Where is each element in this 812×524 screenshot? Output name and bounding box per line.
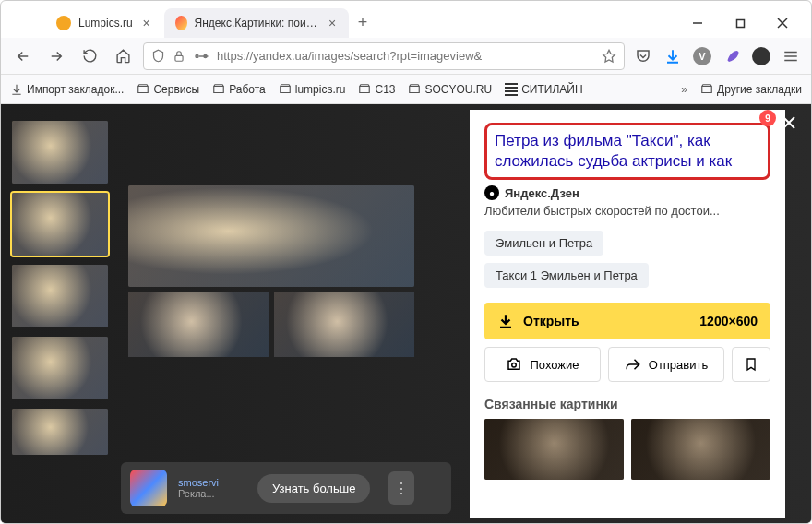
info-panel: Петра из фильма "Такси", как сложилась с… <box>470 110 785 518</box>
bookmark-item[interactable]: Сервисы <box>137 83 199 96</box>
thumbnail[interactable] <box>12 409 108 455</box>
ad-sublabel: Рекла... <box>178 488 219 499</box>
bookmark-label: SOCYOU.RU <box>424 83 492 96</box>
maximize-button[interactable] <box>719 8 761 38</box>
open-button[interactable]: Открыть 1200×600 <box>484 303 770 339</box>
bookmark-label: Сервисы <box>153 83 199 96</box>
result-description: Любители быстрых скоростей по достои... <box>484 204 770 218</box>
site-icon <box>505 83 518 96</box>
browser-tab[interactable]: Яндекс.Картинки: поиск похож × <box>164 8 349 38</box>
image-viewer: smoservi Рекла... Узнать больше ⋮ Петра … <box>1 104 811 523</box>
svg-point-11 <box>512 363 517 368</box>
bookmark-label: Другие закладки <box>717 83 802 96</box>
window-titlebar: Lumpics.ru × Яндекс.Картинки: поиск похо… <box>1 1 811 38</box>
reload-button[interactable] <box>77 43 102 69</box>
bookmark-label: СИТИЛАЙН <box>521 83 582 96</box>
resolution-label: 1200×600 <box>699 314 758 328</box>
close-viewer-button[interactable] <box>778 112 800 134</box>
window-controls <box>676 8 804 38</box>
bookmark-item[interactable]: C13 <box>358 83 395 96</box>
bookmark-star-icon[interactable] <box>602 49 616 64</box>
thumbnail[interactable] <box>12 193 108 256</box>
preview-image[interactable] <box>274 292 414 357</box>
extension-icon[interactable]: V <box>691 45 713 67</box>
download-icon <box>497 313 514 329</box>
camera-icon <box>506 356 522 373</box>
svg-rect-4 <box>175 55 183 61</box>
favicon-icon <box>56 16 71 30</box>
minimize-button[interactable] <box>676 8 719 38</box>
related-heading: Связанные картинки <box>484 397 770 411</box>
svg-point-7 <box>204 54 207 57</box>
bookmarks-bar: Импорт закладок... Сервисы Работа lumpic… <box>1 75 811 104</box>
url-text: https://yandex.ua/images/search?rpt=imag… <box>217 49 594 63</box>
shield-icon <box>151 49 165 63</box>
close-icon[interactable]: × <box>327 17 337 30</box>
similar-label: Похожие <box>530 358 579 372</box>
source-row[interactable]: ● Яндекс.Дзен <box>484 185 770 200</box>
thumbnail[interactable] <box>12 121 108 184</box>
preview-image[interactable] <box>128 292 269 357</box>
thumbnail-strip <box>12 121 108 506</box>
ad-cta-button[interactable]: Узнать больше <box>257 474 370 503</box>
bookmark-label: C13 <box>375 83 395 96</box>
result-title-link[interactable]: Петра из фильма "Такси", как сложилась с… <box>495 131 760 172</box>
save-collection-button[interactable] <box>732 347 770 382</box>
bookmark-item[interactable]: Импорт закладок... <box>10 83 124 96</box>
ad-link[interactable]: smoservi <box>178 477 219 488</box>
related-image[interactable] <box>484 419 624 480</box>
bookmark-label: Импорт закладок... <box>27 83 124 96</box>
browser-tab[interactable]: Lumpics.ru × <box>45 8 164 38</box>
address-bar[interactable]: https://yandex.ua/images/search?rpt=imag… <box>143 42 625 70</box>
bookmark-item[interactable]: Работа <box>212 83 266 96</box>
forward-button[interactable] <box>43 43 69 69</box>
share-icon <box>625 356 641 373</box>
ad-more-button[interactable]: ⋮ <box>388 471 414 505</box>
ad-logo-icon <box>130 470 167 506</box>
bookmark-label: lumpics.ru <box>295 83 346 96</box>
bookmark-item[interactable]: SOCYOU.RU <box>408 83 492 96</box>
bookmark-icon <box>744 357 758 372</box>
tag-chip[interactable]: Эмильен и Петра <box>484 231 603 256</box>
lock-icon <box>173 50 185 63</box>
share-button[interactable]: Отправить <box>608 347 724 382</box>
bookmark-item[interactable]: lumpics.ru <box>279 83 346 96</box>
viewer-left-pane: smoservi Рекла... Узнать больше ⋮ <box>1 104 470 523</box>
open-label: Открыть <box>523 314 579 328</box>
profile-icon[interactable] <box>750 45 772 67</box>
download-icon[interactable] <box>662 45 684 67</box>
notification-badge[interactable]: 9 <box>759 110 776 126</box>
bookmarks-overflow-button[interactable]: » <box>681 83 687 96</box>
source-label: Яндекс.Дзен <box>505 186 579 200</box>
home-button[interactable] <box>110 43 136 69</box>
back-button[interactable] <box>10 43 36 69</box>
tab-title: Яндекс.Картинки: поиск похож <box>195 17 320 30</box>
favicon-icon <box>175 16 187 30</box>
similar-button[interactable]: Похожие <box>484 347 601 382</box>
share-label: Отправить <box>649 358 708 372</box>
thumbnail[interactable] <box>12 337 108 399</box>
close-icon[interactable]: × <box>140 17 153 30</box>
permissions-icon <box>193 50 209 63</box>
feather-icon[interactable] <box>721 45 743 67</box>
bookmark-label: Работа <box>229 83 266 96</box>
preview-image[interactable] <box>128 185 414 287</box>
main-image-area <box>119 121 459 506</box>
close-window-button[interactable] <box>761 8 804 38</box>
highlighted-title-box: Петра из фильма "Такси", как сложилась с… <box>484 123 770 180</box>
bookmark-item[interactable]: СИТИЛАЙН <box>505 83 582 96</box>
thumbnail[interactable] <box>12 265 108 328</box>
menu-icon[interactable] <box>780 45 802 67</box>
tag-chip[interactable]: Такси 1 Эмильен и Петра <box>484 263 649 288</box>
browser-toolbar: https://yandex.ua/images/search?rpt=imag… <box>1 38 811 75</box>
tab-title: Lumpics.ru <box>78 17 133 30</box>
related-image[interactable] <box>631 419 770 480</box>
other-bookmarks-button[interactable]: Другие закладки <box>700 83 802 96</box>
svg-rect-1 <box>736 19 744 27</box>
ad-banner: smoservi Рекла... Узнать больше ⋮ <box>121 462 451 514</box>
tab-strip: Lumpics.ru × Яндекс.Картинки: поиск похо… <box>8 7 676 38</box>
pocket-icon[interactable] <box>632 45 654 67</box>
related-images <box>484 419 770 480</box>
source-icon: ● <box>484 185 499 200</box>
new-tab-button[interactable]: + <box>349 7 377 38</box>
